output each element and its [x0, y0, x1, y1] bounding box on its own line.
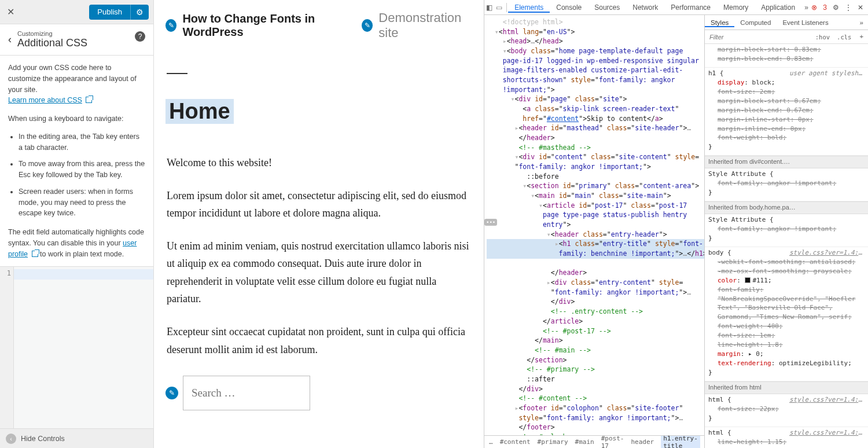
- tabs-overflow-icon[interactable]: »: [801, 3, 811, 12]
- search-form: ✎: [165, 376, 472, 410]
- edit-shortcut-icon[interactable]: ✎: [362, 19, 373, 32]
- paragraph: Excepteur sint occaecat cupidatat non pr…: [167, 323, 471, 358]
- styles-subtab-styles[interactable]: Styles: [705, 19, 734, 27]
- external-link-icon: [86, 97, 92, 103]
- breadcrumb-item[interactable]: h1.entry-title: [661, 435, 700, 448]
- external-link-icon: [32, 251, 38, 257]
- customizer-topbar: ✕ Publish ⚙: [0, 0, 153, 24]
- entry-content: Welcome to this website! Lorem ipsum dol…: [165, 154, 472, 358]
- breadcrumb-item[interactable]: #primary: [538, 438, 568, 446]
- help-icon[interactable]: ?: [135, 31, 145, 42]
- learn-more-css-link[interactable]: Learn more about CSS: [8, 96, 82, 104]
- customizing-label: Customizing: [17, 30, 87, 37]
- styles-tabs: StylesComputedEvent Listeners »: [705, 15, 868, 30]
- styles-subtab-event-listeners[interactable]: Event Listeners: [777, 19, 834, 26]
- css-rule[interactable]: h1 {user agent stylesheetdisplay: block;…: [705, 68, 868, 156]
- paragraph: Welcome to this website!: [167, 154, 471, 172]
- keyboard-heading: When using a keyboard to navigate:: [8, 113, 145, 124]
- entry-title: Home: [165, 99, 234, 124]
- devtools-main: <!doctype html> ▾<html lang="en-US"> ▸<h…: [484, 15, 868, 448]
- publish-settings-button[interactable]: ⚙: [130, 5, 149, 20]
- edit-shortcut-icon[interactable]: ✎: [165, 19, 176, 32]
- back-button[interactable]: ‹: [8, 34, 12, 46]
- code-line[interactable]: [14, 269, 153, 280]
- customizer-section-header: ‹ Customizing Additional CSS ?: [0, 24, 153, 56]
- styles-filter-input[interactable]: [705, 34, 812, 41]
- more-menu-icon[interactable]: ⋮: [845, 3, 852, 12]
- search-input[interactable]: [183, 376, 310, 410]
- devtools-tab-memory[interactable]: Memory: [717, 3, 755, 12]
- customizer-description: Add your own CSS code here to customize …: [0, 56, 153, 266]
- styles-tabs-overflow-icon[interactable]: »: [855, 19, 868, 26]
- breadcrumb-item[interactable]: #main: [575, 438, 594, 446]
- publish-button[interactable]: Publish: [89, 5, 130, 20]
- css-rule[interactable]: html {style.css?ver=1.4:220font-size: 22…: [705, 394, 868, 427]
- breadcrumb-item[interactable]: …: [489, 438, 493, 446]
- device-toolbar-icon[interactable]: ▭: [494, 3, 504, 12]
- breadcrumb-item[interactable]: header: [631, 438, 654, 446]
- inherited-separator: Inherited from body.home.pa…: [705, 201, 868, 214]
- styles-panel: StylesComputedEvent Listeners » :hov .cl…: [705, 15, 868, 448]
- paragraph: Lorem ipsum dolor sit amet, consectetur …: [167, 187, 471, 222]
- css-rules-list[interactable]: margin-block-start: 0.83em;margin-block-…: [705, 44, 868, 448]
- css-rule[interactable]: body {style.css?ver=1.4:221-webkit-font-…: [705, 247, 868, 381]
- breadcrumb-item[interactable]: #post-17: [601, 435, 624, 448]
- devtools-panel: ◧ ▭ ElementsConsoleSourcesNetworkPerform…: [484, 0, 868, 448]
- site-tagline: Demonstration site: [378, 10, 472, 41]
- inherited-separator: Inherited from div#content.…: [705, 156, 868, 168]
- chevron-left-icon: ‹: [6, 434, 16, 444]
- css-rule[interactable]: Style Attribute {font-family: angkor !im…: [705, 214, 868, 247]
- devtools-topbar: ◧ ▭ ElementsConsoleSourcesNetworkPerform…: [484, 0, 868, 15]
- list-item: In the editing area, the Tab key enters …: [19, 131, 145, 153]
- intro-text: Add your own CSS code here to customize …: [8, 64, 137, 94]
- highlight-text-2: to work in plain text mode.: [38, 250, 124, 258]
- section-title: Additional CSS: [17, 37, 87, 49]
- site-header: ✎ How to Change Fonts in WordPress ✎ Dem…: [165, 10, 472, 41]
- settings-gear-icon[interactable]: ⚙: [833, 3, 839, 12]
- css-rule[interactable]: html {style.css?ver=1.4:188line-height: …: [705, 427, 868, 448]
- site-title[interactable]: How to Change Fonts in WordPress: [182, 12, 355, 39]
- site-preview: ✎ How to Change Fonts in WordPress ✎ Dem…: [154, 0, 484, 448]
- css-code-editor[interactable]: 1: [0, 266, 153, 428]
- list-item: To move away from this area, press the E…: [19, 159, 145, 181]
- hide-controls-button[interactable]: ‹ Hide Controls: [0, 428, 153, 448]
- styles-filter-bar: :hov .cls +: [705, 30, 868, 44]
- keyboard-tips-list: In the editing area, the Tab key enters …: [8, 131, 145, 219]
- devtools-tab-performance[interactable]: Performance: [664, 3, 717, 12]
- wp-customizer-panel: ✕ Publish ⚙ ‹ Customizing Additional CSS…: [0, 0, 154, 448]
- breadcrumb-item[interactable]: #content: [500, 438, 531, 446]
- css-rule[interactable]: Style Attribute {font-family: angkor !im…: [705, 168, 868, 201]
- css-rule[interactable]: margin-block-start: 0.83em;margin-block-…: [705, 44, 868, 68]
- devtools-tab-network[interactable]: Network: [626, 3, 664, 12]
- devtools-tab-sources[interactable]: Sources: [588, 3, 626, 12]
- line-number-gutter: 1: [0, 267, 14, 428]
- cls-toggle[interactable]: .cls: [833, 34, 855, 41]
- close-devtools-icon[interactable]: ✕: [858, 3, 863, 12]
- devtools-tab-application[interactable]: Application: [755, 3, 801, 12]
- inherited-separator: Inherited from html: [705, 381, 868, 394]
- dom-breadcrumbs[interactable]: …#content#primary#main#post-17headerh1.e…: [484, 435, 704, 448]
- inspect-icon[interactable]: ◧: [484, 3, 494, 12]
- new-rule-button[interactable]: +: [855, 33, 868, 41]
- title-rule: [167, 73, 187, 74]
- styles-subtab-computed[interactable]: Computed: [734, 19, 777, 26]
- error-count[interactable]: 3: [823, 3, 827, 12]
- devtools-tab-console[interactable]: Console: [550, 3, 588, 12]
- edit-shortcut-icon[interactable]: ✎: [165, 387, 178, 399]
- list-item: Screen reader users: when in forms mode,…: [19, 186, 145, 219]
- hov-toggle[interactable]: :hov: [812, 34, 833, 41]
- close-customizer-button[interactable]: ✕: [5, 6, 16, 17]
- paragraph: Ut enim ad minim veniam, quis nostrud ex…: [167, 237, 471, 308]
- devtools-tab-elements[interactable]: Elements: [508, 3, 550, 13]
- dom-tree[interactable]: <!doctype html> ▾<html lang="en-US"> ▸<h…: [484, 15, 704, 435]
